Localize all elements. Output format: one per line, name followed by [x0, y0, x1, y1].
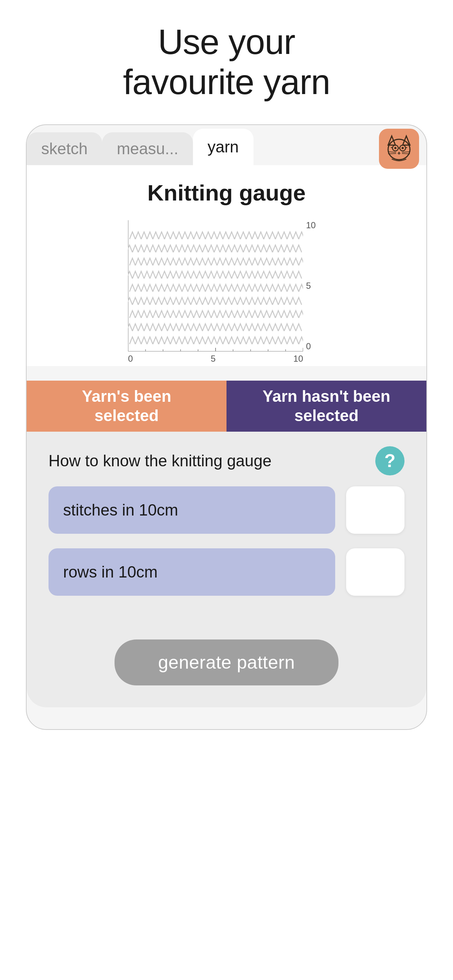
tab-yarn[interactable]: yarn: [193, 129, 254, 165]
info-row: How to know the knitting gauge ?: [48, 446, 405, 476]
axis-right-0: 0: [306, 341, 311, 352]
tab-measure[interactable]: measu...: [102, 132, 193, 165]
axis-right-5: 5: [306, 281, 311, 291]
gauge-chart: 10 5 0 0 5 10: [128, 220, 325, 366]
yarn-selected-button[interactable]: Yarn's beenselected: [27, 380, 226, 432]
svg-point-9: [402, 147, 404, 149]
svg-line-11: [388, 152, 396, 153]
axis-bottom-0: 0: [128, 354, 133, 364]
svg-line-12: [388, 153, 396, 154]
generate-section: generate pattern: [27, 625, 426, 707]
gauge-chart-container: 10 5 0 0 5 10: [48, 220, 405, 366]
yarn-selected-label: Yarn's beenselected: [82, 387, 171, 425]
rows-input[interactable]: [346, 548, 405, 596]
axis-right-10: 10: [306, 220, 316, 231]
toggle-bar: Yarn's beenselected Yarn hasn't beensele…: [27, 380, 426, 432]
help-button[interactable]: ?: [375, 446, 405, 476]
info-label: How to know the knitting gauge: [48, 452, 375, 470]
svg-point-2: [388, 139, 410, 160]
stitches-row: stitches in 10cm: [48, 486, 405, 534]
axis-bottom-10: 10: [293, 354, 303, 364]
rows-label: rows in 10cm: [48, 548, 335, 596]
svg-point-8: [394, 147, 396, 149]
knit-pattern-svg: [128, 220, 303, 352]
content-area: Knitting gauge: [27, 165, 426, 366]
generate-pattern-button[interactable]: generate pattern: [115, 640, 339, 686]
info-section: How to know the knitting gauge ? stitche…: [27, 432, 426, 625]
cat-avatar: [379, 129, 419, 169]
yarn-not-selected-label: Yarn hasn't beenselected: [263, 387, 390, 425]
app-card: sketch measu... yarn: [26, 124, 427, 730]
svg-marker-10: [398, 152, 400, 153]
section-title: Knitting gauge: [48, 180, 405, 205]
rows-row: rows in 10cm: [48, 548, 405, 596]
tab-bar: sketch measu... yarn: [27, 125, 426, 165]
svg-line-14: [402, 153, 410, 154]
yarn-not-selected-button[interactable]: Yarn hasn't beenselected: [226, 380, 426, 432]
tab-sketch[interactable]: sketch: [27, 132, 102, 165]
stitches-label: stitches in 10cm: [48, 486, 335, 534]
axis-bottom-5: 5: [211, 354, 215, 364]
page-title: Use your favourite yarn: [123, 22, 330, 102]
svg-line-13: [402, 152, 410, 153]
stitches-input[interactable]: [346, 486, 405, 534]
svg-rect-15: [128, 220, 303, 352]
